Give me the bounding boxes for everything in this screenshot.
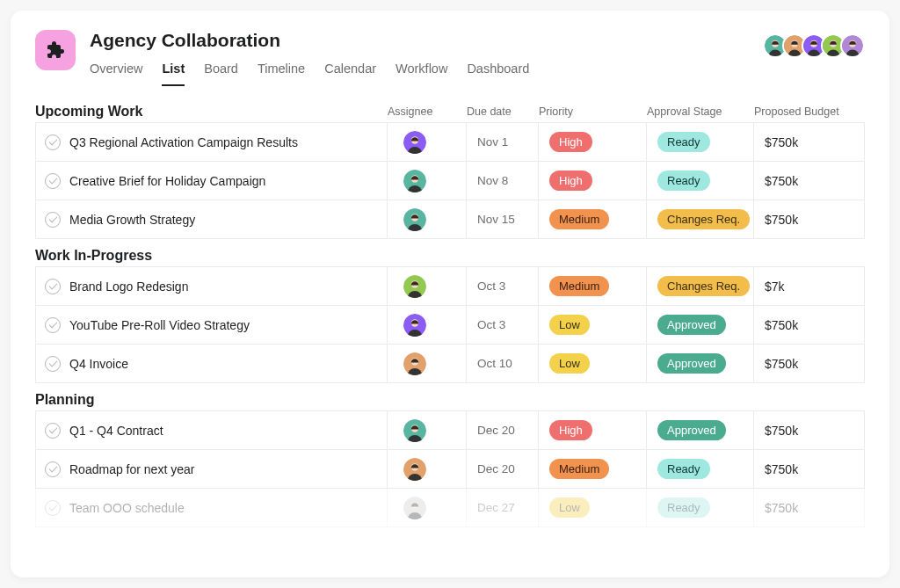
budget-cell[interactable]: $750k	[754, 489, 864, 526]
approval-cell[interactable]: Approved	[647, 306, 754, 344]
due-cell[interactable]: Nov 8	[467, 162, 539, 200]
priority-cell[interactable]: Low	[539, 489, 647, 526]
approval-cell[interactable]: Ready	[647, 162, 754, 200]
assignee-avatar[interactable]	[403, 275, 426, 298]
due-cell[interactable]: Dec 20	[467, 450, 539, 488]
complete-task-icon[interactable]	[45, 356, 61, 372]
section-title[interactable]: Work In-Progress	[35, 248, 865, 264]
table-row[interactable]: Creative Brief for Holiday Campaign Nov …	[35, 161, 865, 200]
assignee-avatar[interactable]	[403, 419, 426, 442]
assignee-cell[interactable]	[388, 306, 467, 344]
section-title[interactable]: Upcoming Work	[35, 104, 388, 120]
approval-cell[interactable]: Changes Req.	[647, 267, 754, 305]
table-row[interactable]: Media Growth Strategy Nov 15 Medium Chan…	[35, 200, 865, 239]
header-avatar[interactable]	[840, 33, 865, 58]
assignee-cell[interactable]	[388, 123, 467, 161]
due-cell[interactable]: Nov 1	[467, 123, 539, 161]
table-row[interactable]: YouTube Pre-Roll Video Strategy Oct 3 Lo…	[35, 305, 865, 345]
complete-task-icon[interactable]	[45, 134, 61, 150]
assignee-cell[interactable]	[388, 450, 467, 488]
assignee-avatar[interactable]	[403, 352, 426, 375]
assignee-cell[interactable]	[388, 411, 467, 449]
budget-cell[interactable]: $750k	[754, 411, 864, 449]
tab-workflow[interactable]: Workflow	[396, 62, 447, 86]
task-cell[interactable]: Creative Brief for Holiday Campaign	[36, 162, 388, 200]
assignee-cell[interactable]	[388, 162, 467, 200]
task-cell[interactable]: Brand Logo Redesign	[36, 267, 388, 305]
budget-cell[interactable]: $750k	[754, 306, 864, 344]
table-row[interactable]: Roadmap for next year Dec 20 Medium Read…	[35, 449, 865, 489]
tab-calendar[interactable]: Calendar	[324, 62, 376, 86]
budget-cell[interactable]: $750k	[754, 200, 864, 238]
assignee-cell[interactable]	[388, 200, 467, 238]
table-row[interactable]: Q4 Invoice Oct 10 Low Approved $750k	[35, 344, 865, 383]
due-cell[interactable]: Oct 3	[467, 267, 539, 305]
complete-task-icon[interactable]	[45, 461, 61, 477]
table-row[interactable]: Brand Logo Redesign Oct 3 Medium Changes…	[35, 266, 865, 306]
assignee-avatar[interactable]	[403, 208, 426, 231]
table-row[interactable]: Team OOO schedule Dec 27 Low Ready $750k	[35, 488, 865, 527]
approval-cell[interactable]: Approved	[647, 345, 754, 382]
priority-cell[interactable]: Medium	[539, 450, 647, 488]
due-cell[interactable]: Oct 3	[467, 306, 539, 344]
assignee-avatar[interactable]	[403, 170, 426, 192]
due-cell[interactable]: Nov 15	[467, 200, 539, 238]
tab-dashboard[interactable]: Dashboard	[467, 62, 529, 86]
col-header-assignee[interactable]: Assignee	[388, 105, 467, 118]
complete-task-icon[interactable]	[45, 423, 61, 439]
task-cell[interactable]: Q4 Invoice	[36, 345, 388, 382]
approval-cell[interactable]: Ready	[647, 450, 754, 488]
assignee-cell[interactable]	[388, 489, 467, 526]
approval-cell[interactable]: Changes Req.	[647, 200, 754, 238]
col-header-due[interactable]: Due date	[467, 105, 539, 118]
task-cell[interactable]: YouTube Pre-Roll Video Strategy	[36, 306, 388, 344]
task-cell[interactable]: Q1 - Q4 Contract	[36, 411, 388, 449]
assignee-cell[interactable]	[388, 267, 467, 305]
tab-overview[interactable]: Overview	[90, 62, 142, 86]
tabs: OverviewListBoardTimelineCalendarWorkflo…	[90, 62, 763, 86]
section-title[interactable]: Planning	[35, 392, 865, 408]
priority-cell[interactable]: Medium	[539, 267, 647, 305]
budget-cell[interactable]: $750k	[754, 345, 864, 382]
complete-task-icon[interactable]	[45, 212, 61, 228]
approval-pill: Approved	[657, 420, 726, 441]
priority-cell[interactable]: Medium	[539, 200, 647, 238]
table-row[interactable]: Q3 Regional Activation Campaign Results …	[35, 122, 865, 162]
budget-cell[interactable]: $7k	[754, 267, 864, 305]
col-header-budget[interactable]: Proposed Budget	[754, 105, 865, 118]
due-cell[interactable]: Dec 27	[467, 489, 539, 526]
task-cell[interactable]: Roadmap for next year	[36, 450, 388, 488]
approval-cell[interactable]: Ready	[647, 489, 754, 526]
priority-cell[interactable]: High	[539, 162, 647, 200]
project-card: Agency Collaboration OverviewListBoardTi…	[11, 11, 889, 577]
tab-timeline[interactable]: Timeline	[258, 62, 305, 86]
tab-board[interactable]: Board	[204, 62, 238, 86]
budget-cell[interactable]: $750k	[754, 162, 864, 200]
priority-cell[interactable]: Low	[539, 306, 647, 344]
complete-task-icon[interactable]	[45, 173, 61, 189]
complete-task-icon[interactable]	[45, 279, 61, 294]
table-row[interactable]: Q1 - Q4 Contract Dec 20 High Approved $7…	[35, 410, 865, 450]
task-cell[interactable]: Media Growth Strategy	[36, 200, 388, 238]
complete-task-icon[interactable]	[45, 317, 61, 333]
task-cell[interactable]: Team OOO schedule	[36, 489, 388, 526]
col-header-approval[interactable]: Approval Stage	[647, 105, 754, 118]
budget-cell[interactable]: $750k	[754, 450, 864, 488]
assignee-avatar[interactable]	[403, 131, 426, 154]
tab-list[interactable]: List	[162, 62, 185, 86]
assignee-cell[interactable]	[388, 345, 467, 382]
budget-cell[interactable]: $750k	[754, 123, 864, 161]
priority-cell[interactable]: High	[539, 411, 647, 449]
assignee-avatar[interactable]	[403, 458, 426, 481]
col-header-priority[interactable]: Priority	[539, 105, 647, 118]
priority-cell[interactable]: High	[539, 123, 647, 161]
due-cell[interactable]: Oct 10	[467, 345, 539, 382]
due-cell[interactable]: Dec 20	[467, 411, 539, 449]
approval-cell[interactable]: Approved	[647, 411, 754, 449]
task-cell[interactable]: Q3 Regional Activation Campaign Results	[36, 123, 388, 161]
priority-cell[interactable]: Low	[539, 345, 647, 382]
assignee-avatar[interactable]	[403, 314, 426, 337]
assignee-avatar[interactable]	[403, 497, 426, 519]
approval-cell[interactable]: Ready	[647, 123, 754, 161]
complete-task-icon[interactable]	[45, 500, 61, 516]
